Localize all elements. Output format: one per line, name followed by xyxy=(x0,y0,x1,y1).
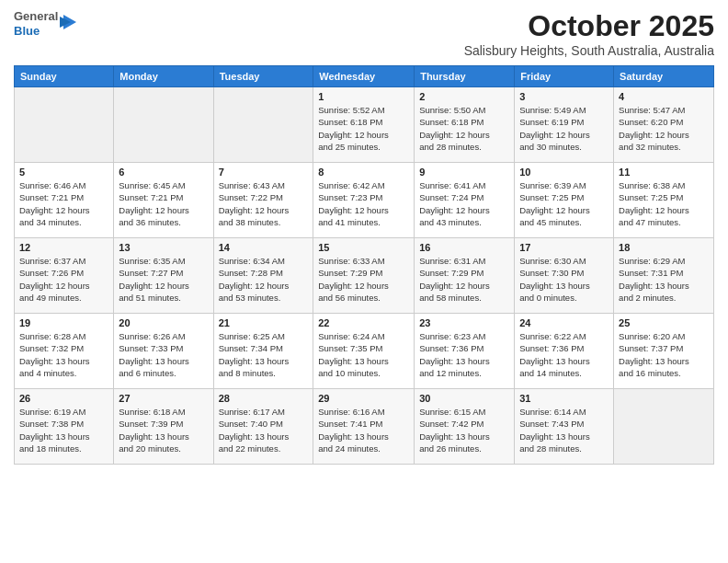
logo-general: General xyxy=(14,9,58,24)
day-number: 24 xyxy=(519,317,609,328)
day-number: 14 xyxy=(219,242,309,253)
calendar-cell: 11Sunrise: 6:38 AM Sunset: 7:25 PM Dayli… xyxy=(614,163,714,238)
day-info: Sunrise: 6:22 AM Sunset: 7:36 PM Dayligh… xyxy=(519,330,609,379)
calendar-body: 1Sunrise: 5:52 AM Sunset: 6:18 PM Daylig… xyxy=(15,87,714,465)
logo-icon xyxy=(60,13,76,33)
day-info: Sunrise: 6:15 AM Sunset: 7:42 PM Dayligh… xyxy=(419,406,509,454)
calendar-cell: 28Sunrise: 6:17 AM Sunset: 7:40 PM Dayli… xyxy=(213,389,313,465)
day-info: Sunrise: 6:38 AM Sunset: 7:25 PM Dayligh… xyxy=(619,179,709,228)
day-number: 7 xyxy=(219,167,309,178)
calendar-cell: 24Sunrise: 6:22 AM Sunset: 7:36 PM Dayli… xyxy=(515,314,614,389)
calendar-cell: 20Sunrise: 6:26 AM Sunset: 7:33 PM Dayli… xyxy=(114,314,213,389)
day-number: 22 xyxy=(318,317,409,328)
day-info: Sunrise: 5:50 AM Sunset: 6:18 PM Dayligh… xyxy=(419,104,509,153)
day-info: Sunrise: 6:23 AM Sunset: 7:36 PM Dayligh… xyxy=(419,330,509,379)
day-info: Sunrise: 6:39 AM Sunset: 7:25 PM Dayligh… xyxy=(519,179,609,228)
day-info: Sunrise: 6:24 AM Sunset: 7:35 PM Dayligh… xyxy=(318,330,409,379)
weekday-row: SundayMondayTuesdayWednesdayThursdayFrid… xyxy=(15,66,714,87)
day-number: 3 xyxy=(519,91,609,102)
calendar-cell: 3Sunrise: 5:49 AM Sunset: 6:19 PM Daylig… xyxy=(515,87,614,163)
day-number: 12 xyxy=(19,242,108,253)
day-number: 10 xyxy=(519,167,609,178)
logo-blue: Blue xyxy=(14,24,58,39)
week-row-2: 12Sunrise: 6:37 AM Sunset: 7:26 PM Dayli… xyxy=(15,238,714,314)
day-number: 5 xyxy=(19,167,108,178)
day-number: 16 xyxy=(419,242,509,253)
calendar-cell: 12Sunrise: 6:37 AM Sunset: 7:26 PM Dayli… xyxy=(15,238,114,314)
calendar-cell: 6Sunrise: 6:45 AM Sunset: 7:21 PM Daylig… xyxy=(114,163,213,238)
day-number: 29 xyxy=(318,393,409,404)
day-number: 23 xyxy=(419,317,509,328)
header: General Blue October 2025 Salisbury Heig… xyxy=(14,9,714,58)
calendar-cell: 27Sunrise: 6:18 AM Sunset: 7:39 PM Dayli… xyxy=(114,389,213,465)
day-number: 18 xyxy=(619,242,709,253)
day-number: 4 xyxy=(619,91,709,102)
calendar-cell: 30Sunrise: 6:15 AM Sunset: 7:42 PM Dayli… xyxy=(415,389,515,465)
day-info: Sunrise: 6:18 AM Sunset: 7:39 PM Dayligh… xyxy=(119,406,208,454)
day-number: 13 xyxy=(119,242,208,253)
day-number: 27 xyxy=(119,393,208,404)
day-info: Sunrise: 6:26 AM Sunset: 7:33 PM Dayligh… xyxy=(119,330,208,379)
calendar-cell: 15Sunrise: 6:33 AM Sunset: 7:29 PM Dayli… xyxy=(313,238,415,314)
day-info: Sunrise: 5:49 AM Sunset: 6:19 PM Dayligh… xyxy=(519,104,609,153)
calendar-cell: 2Sunrise: 5:50 AM Sunset: 6:18 PM Daylig… xyxy=(415,87,515,163)
calendar-cell: 4Sunrise: 5:47 AM Sunset: 6:20 PM Daylig… xyxy=(614,87,714,163)
logo-text: General Blue xyxy=(14,9,58,38)
day-info: Sunrise: 6:31 AM Sunset: 7:29 PM Dayligh… xyxy=(419,255,509,304)
logo: General Blue xyxy=(14,9,76,38)
day-info: Sunrise: 6:42 AM Sunset: 7:23 PM Dayligh… xyxy=(318,179,409,228)
calendar-cell: 16Sunrise: 6:31 AM Sunset: 7:29 PM Dayli… xyxy=(415,238,515,314)
week-row-1: 5Sunrise: 6:46 AM Sunset: 7:21 PM Daylig… xyxy=(15,163,714,238)
day-number: 21 xyxy=(219,317,309,328)
calendar-cell: 5Sunrise: 6:46 AM Sunset: 7:21 PM Daylig… xyxy=(15,163,114,238)
day-number: 25 xyxy=(619,317,709,328)
day-number: 8 xyxy=(318,167,409,178)
day-number: 31 xyxy=(519,393,609,404)
calendar-cell: 19Sunrise: 6:28 AM Sunset: 7:32 PM Dayli… xyxy=(15,314,114,389)
day-info: Sunrise: 6:41 AM Sunset: 7:24 PM Dayligh… xyxy=(419,179,509,228)
month-title: October 2025 xyxy=(464,9,714,43)
weekday-header-wednesday: Wednesday xyxy=(313,66,415,87)
day-number: 28 xyxy=(219,393,309,404)
calendar-cell: 14Sunrise: 6:34 AM Sunset: 7:28 PM Dayli… xyxy=(213,238,313,314)
day-info: Sunrise: 6:19 AM Sunset: 7:38 PM Dayligh… xyxy=(19,406,108,454)
calendar-cell: 26Sunrise: 6:19 AM Sunset: 7:38 PM Dayli… xyxy=(15,389,114,465)
day-number: 19 xyxy=(19,317,108,328)
day-info: Sunrise: 6:25 AM Sunset: 7:34 PM Dayligh… xyxy=(219,330,309,379)
week-row-3: 19Sunrise: 6:28 AM Sunset: 7:32 PM Dayli… xyxy=(15,314,714,389)
weekday-header-saturday: Saturday xyxy=(614,66,714,87)
day-info: Sunrise: 6:45 AM Sunset: 7:21 PM Dayligh… xyxy=(119,179,208,228)
location-subtitle: Salisbury Heights, South Australia, Aust… xyxy=(464,43,714,58)
day-info: Sunrise: 6:28 AM Sunset: 7:32 PM Dayligh… xyxy=(19,330,108,379)
weekday-header-tuesday: Tuesday xyxy=(213,66,313,87)
day-info: Sunrise: 6:43 AM Sunset: 7:22 PM Dayligh… xyxy=(219,179,309,228)
calendar-cell: 29Sunrise: 6:16 AM Sunset: 7:41 PM Dayli… xyxy=(313,389,415,465)
weekday-header-sunday: Sunday xyxy=(15,66,114,87)
day-info: Sunrise: 6:35 AM Sunset: 7:27 PM Dayligh… xyxy=(119,255,208,304)
day-number: 6 xyxy=(119,167,208,178)
calendar-cell: 31Sunrise: 6:14 AM Sunset: 7:43 PM Dayli… xyxy=(515,389,614,465)
calendar-cell: 1Sunrise: 5:52 AM Sunset: 6:18 PM Daylig… xyxy=(313,87,415,163)
day-info: Sunrise: 6:14 AM Sunset: 7:43 PM Dayligh… xyxy=(519,406,609,454)
day-number: 11 xyxy=(619,167,709,178)
page: General Blue October 2025 Salisbury Heig… xyxy=(0,0,728,563)
weekday-header-friday: Friday xyxy=(515,66,614,87)
weekday-header-thursday: Thursday xyxy=(415,66,515,87)
calendar-header: SundayMondayTuesdayWednesdayThursdayFrid… xyxy=(15,66,714,87)
calendar-cell: 21Sunrise: 6:25 AM Sunset: 7:34 PM Dayli… xyxy=(213,314,313,389)
day-info: Sunrise: 5:47 AM Sunset: 6:20 PM Dayligh… xyxy=(619,104,709,153)
calendar-cell: 13Sunrise: 6:35 AM Sunset: 7:27 PM Dayli… xyxy=(114,238,213,314)
day-number: 1 xyxy=(318,91,409,102)
calendar-cell: 25Sunrise: 6:20 AM Sunset: 7:37 PM Dayli… xyxy=(614,314,714,389)
day-number: 26 xyxy=(19,393,108,404)
day-info: Sunrise: 6:37 AM Sunset: 7:26 PM Dayligh… xyxy=(19,255,108,304)
day-info: Sunrise: 6:29 AM Sunset: 7:31 PM Dayligh… xyxy=(619,255,709,304)
day-number: 17 xyxy=(519,242,609,253)
day-number: 9 xyxy=(419,167,509,178)
day-info: Sunrise: 6:30 AM Sunset: 7:30 PM Dayligh… xyxy=(519,255,609,304)
day-info: Sunrise: 6:16 AM Sunset: 7:41 PM Dayligh… xyxy=(318,406,409,454)
weekday-header-monday: Monday xyxy=(114,66,213,87)
calendar-cell: 23Sunrise: 6:23 AM Sunset: 7:36 PM Dayli… xyxy=(415,314,515,389)
calendar-cell xyxy=(614,389,714,465)
day-number: 2 xyxy=(419,91,509,102)
